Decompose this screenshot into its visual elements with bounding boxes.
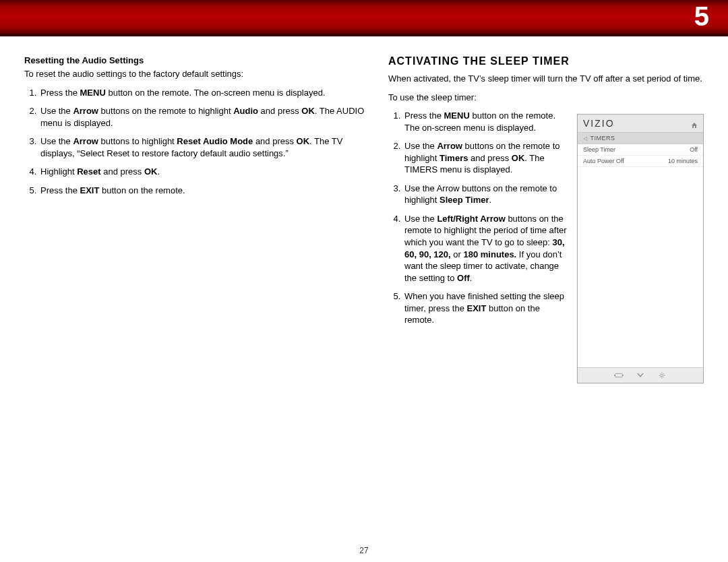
right-heading: ACTIVATING THE SLEEP TIMER <box>388 55 704 67</box>
right-steps: Press the MENU button on the remote. The… <box>388 110 569 326</box>
left-step-2: Use the Arrow buttons on the remote to h… <box>39 105 368 129</box>
chevron-down-icon <box>636 372 645 379</box>
menu-row-value: Off <box>690 146 698 153</box>
left-heading: Resetting the Audio Settings <box>24 55 368 65</box>
left-column: Resetting the Audio Settings To reset th… <box>24 55 388 383</box>
left-intro: To reset the audio settings to the facto… <box>24 68 368 80</box>
menu-body <box>578 167 703 383</box>
menu-row-value: 10 minutes <box>668 158 698 164</box>
timers-menu-widget: VIZIO ◁ TIMERS Sleep Timer Off Auto Powe… <box>577 114 704 383</box>
menu-brand: VIZIO <box>583 118 615 129</box>
menu-subheader: ◁ TIMERS <box>578 133 703 144</box>
menu-section-title: TIMERS <box>590 135 615 142</box>
right-intro-2: To use the sleep timer: <box>388 92 704 104</box>
menu-row-label: Sleep Timer <box>583 146 615 153</box>
home-icon <box>691 120 698 127</box>
right-step-2: Use the Arrow buttons on the remote to h… <box>403 140 569 176</box>
chapter-header: 5 <box>0 0 728 36</box>
svg-line-11 <box>663 373 664 374</box>
menu-row: Sleep Timer Off <box>578 144 703 156</box>
svg-rect-1 <box>614 375 615 376</box>
svg-point-3 <box>661 374 663 377</box>
svg-line-9 <box>663 377 664 377</box>
right-step-4: Use the Left/Right Arrow buttons on the … <box>403 213 569 284</box>
left-steps: Press the MENU button on the remote. The… <box>24 87 368 197</box>
page-number: 27 <box>0 546 728 555</box>
svg-line-8 <box>660 373 661 374</box>
left-step-5: Press the EXIT button on the remote. <box>39 185 368 197</box>
svg-rect-0 <box>615 373 623 377</box>
left-step-1: Press the MENU button on the remote. The… <box>39 87 368 99</box>
menu-footer <box>578 367 703 383</box>
left-step-3: Use the Arrow buttons to highlight Reset… <box>39 135 368 159</box>
menu-row: Auto Power Off 10 minutes <box>578 156 703 167</box>
menu-row-label: Auto Power Off <box>583 158 624 164</box>
chapter-number: 5 <box>694 1 709 32</box>
right-step-3: Use the Arrow buttons on the remote to h… <box>403 183 569 206</box>
back-arrow-icon: ◁ <box>583 135 588 142</box>
right-intro-1: When activated, the TV’s sleep timer wil… <box>388 73 704 85</box>
menu-header: VIZIO <box>578 115 703 133</box>
right-steps-container: Press the MENU button on the remote. The… <box>388 110 569 383</box>
left-step-4: Highlight Reset and press OK. <box>39 166 368 178</box>
svg-rect-2 <box>622 375 624 376</box>
gear-icon <box>657 372 667 379</box>
right-step-5: When you have finished setting the sleep… <box>403 290 569 326</box>
svg-line-10 <box>660 377 661 377</box>
wide-icon <box>614 372 624 379</box>
right-step-1: Press the MENU button on the remote. The… <box>403 110 569 133</box>
right-flex: Press the MENU button on the remote. The… <box>388 110 704 383</box>
right-column: ACTIVATING THE SLEEP TIMER When activate… <box>388 55 704 383</box>
page-content: Resetting the Audio Settings To reset th… <box>0 36 728 383</box>
